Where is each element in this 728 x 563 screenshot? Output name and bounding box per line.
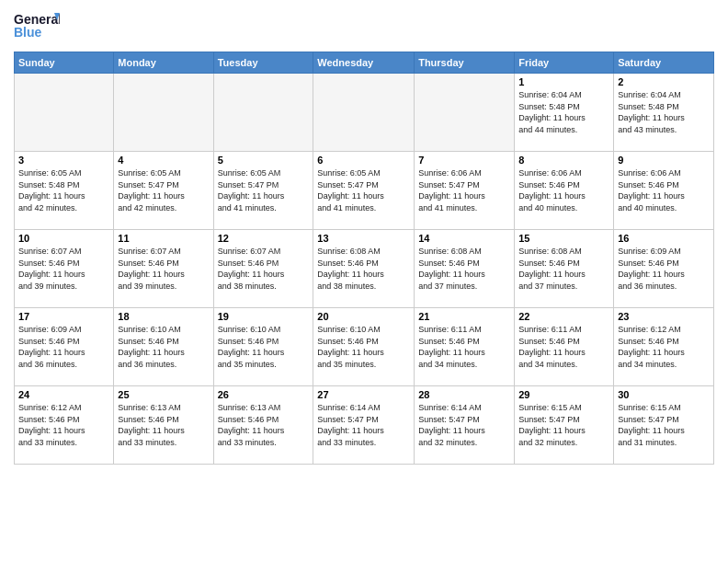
day-info: Sunrise: 6:15 AM Sunset: 5:47 PM Dayligh…	[518, 402, 609, 448]
calendar-cell: 8Sunrise: 6:06 AM Sunset: 5:46 PM Daylig…	[515, 152, 614, 230]
calendar-cell	[313, 74, 415, 152]
calendar-cell: 20Sunrise: 6:10 AM Sunset: 5:46 PM Dayli…	[313, 308, 415, 386]
calendar-cell: 17Sunrise: 6:09 AM Sunset: 5:46 PM Dayli…	[15, 308, 114, 386]
calendar-cell: 26Sunrise: 6:13 AM Sunset: 5:46 PM Dayli…	[213, 386, 313, 465]
day-number: 10	[18, 233, 109, 244]
day-info: Sunrise: 6:05 AM Sunset: 5:47 PM Dayligh…	[118, 167, 209, 213]
calendar-cell: 13Sunrise: 6:08 AM Sunset: 5:46 PM Dayli…	[313, 230, 415, 308]
day-info: Sunrise: 6:11 AM Sunset: 5:46 PM Dayligh…	[518, 324, 609, 370]
calendar-cell: 2Sunrise: 6:04 AM Sunset: 5:48 PM Daylig…	[614, 74, 714, 152]
week-row-2: 3Sunrise: 6:05 AM Sunset: 5:48 PM Daylig…	[15, 152, 714, 230]
header-monday: Monday	[114, 52, 213, 74]
calendar-cell: 12Sunrise: 6:07 AM Sunset: 5:46 PM Dayli…	[213, 230, 313, 308]
day-number: 3	[18, 155, 109, 166]
calendar-cell: 21Sunrise: 6:11 AM Sunset: 5:46 PM Dayli…	[415, 308, 515, 386]
day-info: Sunrise: 6:08 AM Sunset: 5:46 PM Dayligh…	[418, 246, 510, 292]
svg-text:Blue: Blue	[14, 25, 42, 40]
week-row-5: 24Sunrise: 6:12 AM Sunset: 5:46 PM Dayli…	[15, 386, 714, 465]
day-info: Sunrise: 6:12 AM Sunset: 5:46 PM Dayligh…	[18, 402, 109, 448]
day-info: Sunrise: 6:07 AM Sunset: 5:46 PM Dayligh…	[218, 246, 310, 292]
day-info: Sunrise: 6:04 AM Sunset: 5:48 PM Dayligh…	[618, 89, 710, 135]
day-number: 7	[418, 155, 510, 166]
page-header: General Blue	[14, 9, 714, 44]
day-info: Sunrise: 6:13 AM Sunset: 5:46 PM Dayligh…	[118, 402, 209, 448]
calendar-cell: 11Sunrise: 6:07 AM Sunset: 5:46 PM Dayli…	[114, 230, 213, 308]
day-info: Sunrise: 6:05 AM Sunset: 5:47 PM Dayligh…	[218, 167, 310, 213]
day-info: Sunrise: 6:09 AM Sunset: 5:46 PM Dayligh…	[618, 246, 710, 292]
day-number: 24	[18, 389, 109, 400]
header-saturday: Saturday	[614, 52, 714, 74]
day-info: Sunrise: 6:12 AM Sunset: 5:46 PM Dayligh…	[618, 324, 710, 370]
calendar-body: 1Sunrise: 6:04 AM Sunset: 5:48 PM Daylig…	[15, 74, 714, 465]
day-number: 27	[317, 389, 410, 400]
calendar-cell: 30Sunrise: 6:15 AM Sunset: 5:47 PM Dayli…	[614, 386, 714, 465]
day-number: 14	[418, 233, 510, 244]
day-number: 19	[218, 311, 310, 322]
calendar-cell: 6Sunrise: 6:05 AM Sunset: 5:47 PM Daylig…	[313, 152, 415, 230]
day-number: 25	[118, 389, 209, 400]
calendar-cell	[415, 74, 515, 152]
calendar-cell: 25Sunrise: 6:13 AM Sunset: 5:46 PM Dayli…	[114, 386, 213, 465]
calendar-cell: 15Sunrise: 6:08 AM Sunset: 5:46 PM Dayli…	[515, 230, 614, 308]
day-info: Sunrise: 6:10 AM Sunset: 5:46 PM Dayligh…	[118, 324, 209, 370]
calendar-cell: 28Sunrise: 6:14 AM Sunset: 5:47 PM Dayli…	[415, 386, 515, 465]
day-info: Sunrise: 6:14 AM Sunset: 5:47 PM Dayligh…	[317, 402, 410, 448]
calendar-cell: 16Sunrise: 6:09 AM Sunset: 5:46 PM Dayli…	[614, 230, 714, 308]
day-number: 18	[118, 311, 209, 322]
day-number: 22	[518, 311, 609, 322]
day-number: 28	[418, 389, 510, 400]
header-friday: Friday	[515, 52, 614, 74]
calendar-cell: 19Sunrise: 6:10 AM Sunset: 5:46 PM Dayli…	[213, 308, 313, 386]
day-info: Sunrise: 6:06 AM Sunset: 5:46 PM Dayligh…	[518, 167, 609, 213]
day-info: Sunrise: 6:05 AM Sunset: 5:47 PM Dayligh…	[317, 167, 410, 213]
calendar-cell: 3Sunrise: 6:05 AM Sunset: 5:48 PM Daylig…	[15, 152, 114, 230]
day-number: 16	[618, 233, 710, 244]
day-info: Sunrise: 6:06 AM Sunset: 5:46 PM Dayligh…	[618, 167, 710, 213]
day-info: Sunrise: 6:14 AM Sunset: 5:47 PM Dayligh…	[418, 402, 510, 448]
day-number: 17	[18, 311, 109, 322]
calendar-cell: 9Sunrise: 6:06 AM Sunset: 5:46 PM Daylig…	[614, 152, 714, 230]
day-number: 13	[317, 233, 410, 244]
logo-svg: General Blue	[14, 9, 60, 44]
calendar-cell: 27Sunrise: 6:14 AM Sunset: 5:47 PM Dayli…	[313, 386, 415, 465]
week-row-3: 10Sunrise: 6:07 AM Sunset: 5:46 PM Dayli…	[15, 230, 714, 308]
day-info: Sunrise: 6:08 AM Sunset: 5:46 PM Dayligh…	[317, 246, 410, 292]
day-info: Sunrise: 6:06 AM Sunset: 5:47 PM Dayligh…	[418, 167, 510, 213]
week-row-1: 1Sunrise: 6:04 AM Sunset: 5:48 PM Daylig…	[15, 74, 714, 152]
calendar-cell: 22Sunrise: 6:11 AM Sunset: 5:46 PM Dayli…	[515, 308, 614, 386]
week-row-4: 17Sunrise: 6:09 AM Sunset: 5:46 PM Dayli…	[15, 308, 714, 386]
calendar-cell: 18Sunrise: 6:10 AM Sunset: 5:46 PM Dayli…	[114, 308, 213, 386]
calendar-cell: 29Sunrise: 6:15 AM Sunset: 5:47 PM Dayli…	[515, 386, 614, 465]
day-number: 26	[218, 389, 310, 400]
day-info: Sunrise: 6:10 AM Sunset: 5:46 PM Dayligh…	[218, 324, 310, 370]
day-number: 29	[518, 389, 609, 400]
day-info: Sunrise: 6:07 AM Sunset: 5:46 PM Dayligh…	[118, 246, 209, 292]
day-number: 2	[618, 76, 710, 87]
day-info: Sunrise: 6:07 AM Sunset: 5:46 PM Dayligh…	[18, 246, 109, 292]
calendar-cell: 14Sunrise: 6:08 AM Sunset: 5:46 PM Dayli…	[415, 230, 515, 308]
header-sunday: Sunday	[15, 52, 114, 74]
day-number: 15	[518, 233, 609, 244]
day-info: Sunrise: 6:05 AM Sunset: 5:48 PM Dayligh…	[18, 167, 109, 213]
day-info: Sunrise: 6:10 AM Sunset: 5:46 PM Dayligh…	[317, 324, 410, 370]
header-thursday: Thursday	[415, 52, 515, 74]
day-info: Sunrise: 6:11 AM Sunset: 5:46 PM Dayligh…	[418, 324, 510, 370]
day-number: 5	[218, 155, 310, 166]
day-number: 20	[317, 311, 410, 322]
header-wednesday: Wednesday	[313, 52, 415, 74]
calendar-cell: 5Sunrise: 6:05 AM Sunset: 5:47 PM Daylig…	[213, 152, 313, 230]
calendar-cell: 1Sunrise: 6:04 AM Sunset: 5:48 PM Daylig…	[515, 74, 614, 152]
day-number: 23	[618, 311, 710, 322]
header-tuesday: Tuesday	[213, 52, 313, 74]
day-number: 12	[218, 233, 310, 244]
calendar-cell: 23Sunrise: 6:12 AM Sunset: 5:46 PM Dayli…	[614, 308, 714, 386]
calendar-cell: 10Sunrise: 6:07 AM Sunset: 5:46 PM Dayli…	[15, 230, 114, 308]
day-info: Sunrise: 6:04 AM Sunset: 5:48 PM Dayligh…	[518, 89, 609, 135]
calendar-cell: 24Sunrise: 6:12 AM Sunset: 5:46 PM Dayli…	[15, 386, 114, 465]
day-number: 11	[118, 233, 209, 244]
day-info: Sunrise: 6:13 AM Sunset: 5:46 PM Dayligh…	[218, 402, 310, 448]
day-info: Sunrise: 6:09 AM Sunset: 5:46 PM Dayligh…	[18, 324, 109, 370]
day-number: 8	[518, 155, 609, 166]
day-number: 9	[618, 155, 710, 166]
calendar-cell	[213, 74, 313, 152]
